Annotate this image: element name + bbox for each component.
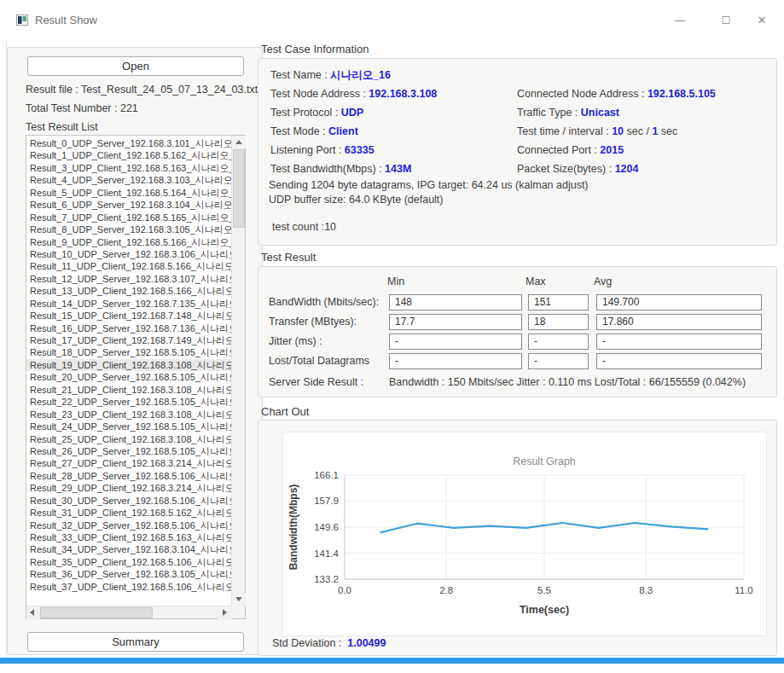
svg-text:157.9: 157.9 — [314, 496, 339, 506]
info-row: Connected Node Address : 192.168.5.105 — [517, 84, 773, 103]
column-header-max: Max — [526, 276, 546, 287]
info-row: Test Protocol : UDP — [270, 103, 514, 122]
list-item[interactable]: Result_0_UDP_Server_192.168.3.101_시나리오_ — [26, 137, 231, 149]
result-graph-chart: 133.2141.4149.6157.9166.10.02.85.58.311.… — [283, 432, 766, 635]
info-row: Test Bandwidth(Mbps) : 143M — [270, 160, 514, 178]
list-item[interactable]: Result_26_UDP_Server_192.168.5.105_시나리오_ — [26, 445, 231, 457]
vertical-scrollbar[interactable] — [231, 136, 245, 606]
list-item[interactable]: Result_24_UDP_Server_192.168.5.105_시나리오_ — [26, 421, 231, 432]
vertical-scroll-thumb[interactable] — [233, 149, 245, 228]
svg-text:166.1: 166.1 — [314, 470, 339, 480]
min-value-field[interactable]: 148 — [389, 294, 522, 310]
svg-text:11.0: 11.0 — [735, 585, 753, 595]
svg-text:133.2: 133.2 — [314, 574, 339, 584]
list-item[interactable]: Result_37_UDP_Client_192.168.5.106_시나리오_ — [26, 581, 231, 593]
list-item[interactable]: Result_3_UDP_Client_192.168.5.163_시나리오_ — [26, 162, 231, 174]
chart-out-title: Chart Out — [261, 405, 309, 418]
list-item[interactable]: Result_17_UDP_Client_192.168.7.149_시나리오_ — [26, 334, 231, 346]
list-item[interactable]: Result_20_UDP_Server_192.168.5.105_시나리오_ — [26, 371, 231, 383]
list-item[interactable]: Result_15_UDP_Client_192.168.7.148_시나리오_ — [26, 310, 231, 322]
list-item[interactable]: Result_34_UDP_Server_192.168.3.104_시나리오_ — [26, 543, 231, 555]
info-value: 1204 — [615, 163, 639, 175]
close-icon[interactable]: ✕ — [749, 9, 775, 32]
horizontal-scroll-thumb[interactable] — [40, 607, 153, 618]
min-value-field[interactable]: - — [389, 353, 522, 369]
info-row: Packet Size(bytes) : 1204 — [517, 160, 773, 178]
info-value: 2015 — [600, 144, 624, 156]
result-file-label: Result file : Test_Result_24_05_07_13_24… — [26, 84, 258, 96]
max-value-field[interactable]: 18 — [528, 314, 589, 330]
list-item[interactable]: Result_8_UDP_Server_192.168.3.105_시나리오_ — [26, 223, 231, 235]
list-item[interactable]: Result_16_UDP_Server_192.168.7.136_시나리오_ — [26, 322, 231, 334]
app-icon — [16, 15, 28, 26]
table-row: Transfer (MBtyes):17.71817.860 — [269, 314, 772, 331]
info-label: Traffic Type : — [517, 107, 581, 119]
result-graph-panel: 133.2141.4149.6157.9166.10.02.85.58.311.… — [282, 432, 767, 636]
row-label: Jitter (ms) : — [269, 335, 322, 347]
list-item[interactable]: Result_13_UDP_Client_192.168.5.166_시나리오_ — [26, 285, 231, 297]
list-item[interactable]: Result_5_UDP_Client_192.168.5.164_시나리오_ — [26, 187, 231, 199]
list-item[interactable]: Result_1_UDP_Client_192.168.5.162_시나리오_ — [26, 149, 231, 161]
result-list[interactable]: Result_0_UDP_Server_192.168.3.101_시나리오_R… — [26, 136, 231, 606]
summary-button[interactable]: Summary — [27, 632, 244, 652]
scroll-left-icon[interactable] — [26, 606, 39, 619]
info-row: Test Name : 시나리오_16 — [270, 66, 514, 84]
info-value: Client — [328, 125, 358, 137]
list-item[interactable]: Result_25_UDP_Client_192.168.3.108_시나리오_ — [26, 433, 231, 445]
scroll-down-icon[interactable] — [232, 593, 246, 606]
max-value-field[interactable]: 151 — [528, 294, 589, 310]
std-deviation-label: Std Deviation : — [272, 637, 345, 649]
result-list-box: Result_0_UDP_Server_192.168.3.101_시나리오_R… — [26, 135, 246, 619]
list-item[interactable]: Result_28_UDP_Server_192.168.5.106_시나리오_ — [26, 470, 231, 482]
list-item[interactable]: Result_33_UDP_Client_192.168.5.163_시나리오_ — [26, 531, 231, 543]
total-test-number-label: Total Test Number : 221 — [26, 102, 138, 114]
list-item[interactable]: Result_11_UDP_Client_192.168.5.166_시나리오_ — [26, 260, 231, 272]
max-value-field[interactable]: - — [528, 334, 589, 350]
chart-out-box: 133.2141.4149.6157.9166.10.02.85.58.311.… — [258, 420, 777, 656]
list-item[interactable]: Result_30_UDP_Server_192.168.5.106_시나리오_ — [26, 495, 231, 507]
avg-value-field[interactable]: - — [596, 353, 762, 369]
scroll-right-icon[interactable] — [218, 606, 231, 619]
window-title: Result Show — [35, 14, 97, 26]
list-item[interactable]: Result_7_UDP_Client_192.168.5.165_시나리오_ — [26, 212, 231, 223]
horizontal-scrollbar[interactable] — [26, 606, 231, 618]
minimize-icon[interactable]: — — [667, 9, 693, 32]
svg-text:5.5: 5.5 — [537, 585, 551, 595]
list-item[interactable]: Result_14_UDP_Server_192.168.7.135_시나리오_ — [26, 298, 231, 310]
info-label: Test Name : — [270, 69, 330, 81]
svg-text:149.6: 149.6 — [314, 522, 339, 532]
info-label: Test time / interval : — [517, 125, 612, 137]
column-header-min: Min — [387, 276, 404, 287]
list-item[interactable]: Result_23_UDP_Client_192.168.3.108_시나리오_ — [26, 409, 231, 421]
avg-value-field[interactable]: 149.700 — [596, 294, 762, 310]
open-button[interactable]: Open — [27, 56, 244, 76]
svg-text:8.3: 8.3 — [639, 585, 653, 595]
list-item[interactable]: Result_10_UDP_Server_192.168.3.106_시나리오_ — [26, 248, 231, 260]
list-item[interactable]: Result_12_UDP_Server_192.168.3.107_시나리오_ — [26, 273, 231, 285]
list-item[interactable]: Result_6_UDP_Server_192.168.3.104_시나리오_ — [26, 199, 231, 211]
scroll-up-icon[interactable] — [232, 136, 246, 148]
list-item[interactable]: Result_36_UDP_Server_192.168.3.105_시나리오_ — [26, 568, 231, 580]
list-item[interactable]: Result_35_UDP_Client_192.168.5.106_시나리오_ — [26, 556, 231, 568]
sending-info-text: Sending 1204 byte datagrams, IPG target:… — [269, 178, 589, 207]
list-item[interactable]: Result_19_UDP_Client_192.168.3.108_시나리오_ — [26, 359, 231, 371]
list-item[interactable]: Result_31_UDP_Client_192.168.5.162_시나리오_ — [26, 507, 231, 519]
maximize-icon[interactable]: ☐ — [713, 9, 739, 32]
avg-value-field[interactable]: 17.860 — [596, 314, 762, 330]
avg-value-field[interactable]: - — [596, 334, 762, 350]
list-item[interactable]: Result_4_UDP_Server_192.168.3.103_시나리오_ — [26, 174, 231, 186]
min-value-field[interactable]: 17.7 — [389, 314, 522, 330]
test-case-info-left-column: Test Name : 시나리오_16Test Node Address : 1… — [270, 66, 514, 178]
list-item[interactable]: Result_22_UDP_Server_192.168.5.105_시나리오_ — [26, 396, 231, 408]
std-deviation-row: Std Deviation : 1.00499 — [272, 637, 386, 649]
list-item[interactable]: Result_27_UDP_Client_192.168.3.214_시나리오_ — [26, 457, 231, 469]
list-item[interactable]: Result_32_UDP_Server_192.168.5.106_시나리오_ — [26, 519, 231, 531]
list-item[interactable]: Result_9_UDP_Client_192.168.5.166_시나리오_ — [26, 236, 231, 248]
min-value-field[interactable]: - — [389, 334, 522, 350]
list-item[interactable]: Result_18_UDP_Server_192.168.5.105_시나리오_ — [26, 346, 231, 358]
list-item[interactable]: Result_29_UDP_Client_192.168.3.214_시나리오_ — [26, 482, 231, 494]
list-item[interactable]: Result_21_UDP_Client_192.168.3.108_시나리오_ — [26, 384, 231, 396]
info-label: Listening Port : — [270, 144, 345, 156]
title-bar: Result Show — ☐ ✕ — [0, 0, 784, 41]
max-value-field[interactable]: - — [528, 353, 589, 369]
